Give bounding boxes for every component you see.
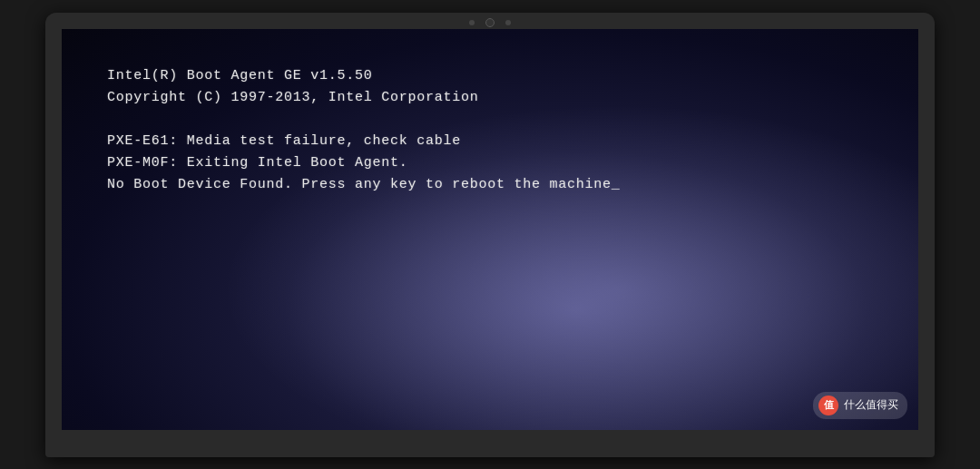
- boot-screen: Intel(R) Boot Agent GE v1.5.50 Copyright…: [62, 29, 918, 430]
- sensor-dot: [469, 20, 475, 25]
- bios-line-3: PXE-E61: Media test failure, check cable: [107, 131, 621, 152]
- bios-line-4: PXE-M0F: Exiting Intel Boot Agent.: [107, 152, 621, 174]
- laptop-bezel: Intel(R) Boot Agent GE v1.5.50 Copyright…: [45, 13, 935, 457]
- webcam-area: [469, 18, 511, 27]
- site-watermark: 值 什么值得买: [813, 392, 907, 419]
- bios-line-2: Copyright (C) 1997-2013, Intel Corporati…: [107, 87, 621, 109]
- bios-line-5: No Boot Device Found. Press any key to r…: [107, 174, 621, 196]
- sensor-dot-2: [505, 20, 511, 25]
- watermark-logo: 值: [818, 396, 838, 415]
- bios-output: Intel(R) Boot Agent GE v1.5.50 Copyright…: [107, 65, 621, 196]
- bios-blank: [107, 109, 621, 131]
- watermark-label: 什么值得买: [844, 397, 898, 413]
- webcam: [485, 18, 495, 27]
- bios-line-1: Intel(R) Boot Agent GE v1.5.50: [107, 65, 621, 87]
